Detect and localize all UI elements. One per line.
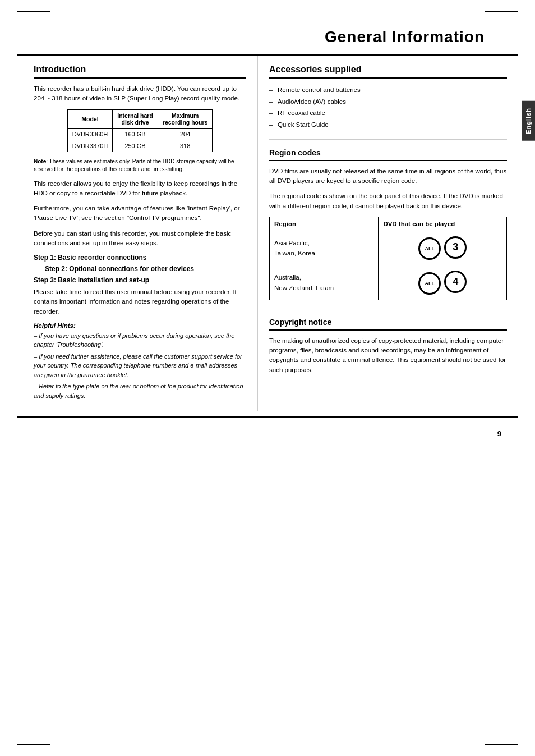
- note-content: : These values are estimates only. Parts…: [34, 158, 234, 172]
- language-tab: English: [522, 101, 535, 141]
- region-para2: The regional code is shown on the back p…: [269, 191, 507, 211]
- table-header-hours: Maximumrecording hours: [158, 109, 213, 128]
- dvd-badges-cell: ALL3: [379, 231, 507, 265]
- region-table-row: Australia,New Zealand, LatamALL4: [270, 265, 507, 300]
- table-row: DVDR3370H250 GB318: [67, 140, 213, 152]
- region-codes-heading: Region codes: [269, 148, 507, 161]
- hints-title: Helpful Hints:: [34, 322, 246, 329]
- section-divider-1: [269, 139, 507, 140]
- border-bottom-left: [17, 744, 50, 745]
- table-cell: DVDR3360H: [67, 128, 113, 140]
- section-divider-2: [269, 309, 507, 309]
- hint3: – Refer to the type plate on the rear or…: [34, 382, 246, 400]
- page-title: General Information: [325, 28, 485, 45]
- copyright-section: Copyright notice The making of unauthori…: [269, 318, 507, 375]
- table-header-hdd: Internal harddisk drive: [113, 109, 158, 128]
- region-para1: DVD films are usually not released at th…: [269, 167, 507, 186]
- table-cell: 318: [158, 140, 213, 152]
- intro-para2: This recorder allows you to enjoy the fl…: [34, 179, 246, 199]
- hint2: – If you need further assistance, please…: [34, 352, 246, 380]
- list-item: RF coaxial cable: [269, 107, 507, 119]
- bottom-border-line: [17, 416, 518, 418]
- region-table: Region DVD that can be played Asia Pacif…: [269, 217, 507, 300]
- all-badge: ALL: [418, 272, 441, 295]
- list-item: Audio/video (AV) cables: [269, 96, 507, 108]
- step2: Step 2: Optional connections for other d…: [45, 265, 246, 273]
- all-badge: ALL: [418, 237, 441, 260]
- right-column: English Accessories supplied Remote cont…: [258, 56, 518, 411]
- border-top-left: [17, 11, 50, 12]
- page-number: 9: [0, 424, 535, 438]
- table-header-model: Model: [67, 109, 113, 128]
- region-col-header: Region: [270, 217, 379, 231]
- step1: Step 1: Basic recorder connections: [34, 254, 246, 262]
- num-badge: 3: [444, 236, 467, 259]
- copyright-text: The making of unauthorized copies of cop…: [269, 336, 507, 375]
- page-title-area: General Information: [17, 22, 518, 56]
- model-table: Model Internal harddisk drive Maximumrec…: [67, 109, 213, 152]
- table-cell: DVDR3370H: [67, 140, 113, 152]
- hint1: – If you have any questions or if proble…: [34, 331, 246, 350]
- step3: Step 3: Basic installation and set-up: [34, 276, 246, 284]
- table-cell: 250 GB: [113, 140, 158, 152]
- border-bottom-right: [485, 744, 518, 745]
- region-cell: Australia,New Zealand, Latam: [270, 265, 379, 300]
- copyright-heading: Copyright notice: [269, 318, 507, 331]
- accessories-heading: Accessories supplied: [269, 65, 507, 79]
- note-label: Note: [34, 158, 46, 164]
- table-row: DVDR3360H160 GB204: [67, 128, 213, 140]
- content-area: Introduction This recorder has a built-i…: [17, 56, 518, 411]
- intro-para5: Please take time to read this user manua…: [34, 287, 246, 317]
- region-table-row: Asia Pacific,Taiwan, KoreaALL3: [270, 231, 507, 265]
- accessories-list: Remote control and batteriesAudio/video …: [269, 84, 507, 131]
- dvd-badges-cell: ALL4: [379, 265, 507, 300]
- list-item: Quick Start Guide: [269, 119, 507, 131]
- intro-para4: Before you can start using this recorder…: [34, 229, 246, 249]
- table-cell: 204: [158, 128, 213, 140]
- dvd-col-header: DVD that can be played: [379, 217, 507, 231]
- border-top-right: [485, 11, 518, 12]
- num-badge: 4: [444, 271, 467, 293]
- region-cell: Asia Pacific,Taiwan, Korea: [270, 231, 379, 265]
- table-cell: 160 GB: [113, 128, 158, 140]
- intro-para3: Furthermore, you can take advantage of f…: [34, 204, 246, 223]
- hints-section: Helpful Hints: – If you have any questio…: [34, 322, 246, 401]
- list-item: Remote control and batteries: [269, 84, 507, 96]
- left-column: Introduction This recorder has a built-i…: [17, 56, 258, 411]
- note-text: Note: These values are estimates only. P…: [34, 158, 246, 173]
- introduction-heading: Introduction: [34, 65, 246, 79]
- intro-para1: This recorder has a built-in hard disk d…: [34, 84, 246, 104]
- page-container: General Information Introduction This re…: [0, 0, 535, 756]
